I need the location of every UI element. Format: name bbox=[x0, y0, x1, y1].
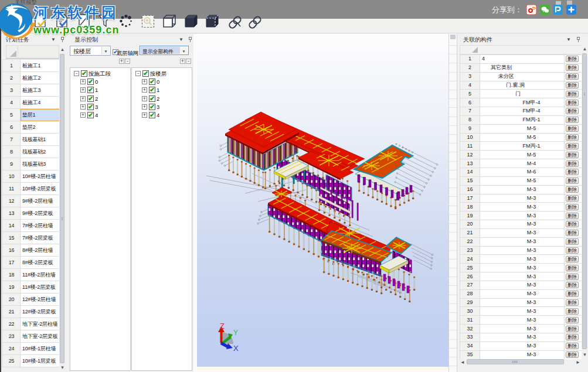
svg-text:X: X bbox=[233, 344, 239, 353]
svg-text:Y: Y bbox=[233, 329, 238, 337]
svg-text:Z: Z bbox=[220, 322, 225, 330]
